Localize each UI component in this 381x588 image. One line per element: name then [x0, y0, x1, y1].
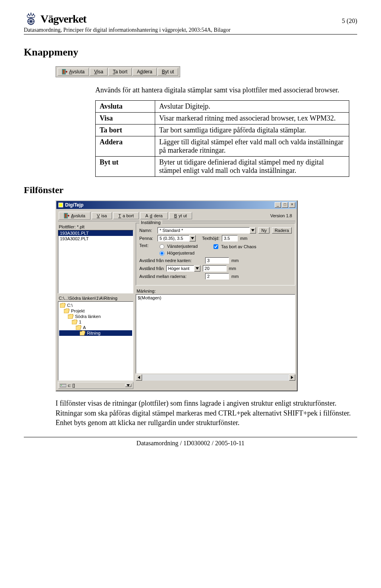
app-bytut-button[interactable]: Byt ut: [169, 212, 192, 219]
app-toolbar: Avsluta Visa Ta bort Addera Byt ut Versi…: [58, 211, 295, 221]
folder-open-icon: [76, 325, 81, 330]
row-key: Visa: [96, 113, 155, 124]
scroll-left-button[interactable]: [136, 374, 142, 381]
header-rule: [24, 34, 357, 34]
version-label: Version 1.8: [270, 213, 294, 218]
tree-item[interactable]: C:\: [59, 303, 132, 308]
avst-rader-label: Avstånd mellan raderna:: [139, 274, 203, 279]
chevron-down-icon[interactable]: [194, 265, 200, 272]
list-item[interactable]: 193A3001.PLT: [58, 230, 133, 236]
app-visa-button[interactable]: Visa: [92, 212, 112, 219]
command-table: Avsluta Avslutar Digitejp. Visa Visar ma…: [95, 100, 349, 177]
chevron-right-icon: [291, 376, 293, 379]
namn-field[interactable]: * Standard *: [158, 227, 250, 234]
hoger-label: Högerjusterad: [167, 251, 194, 255]
svg-rect-7: [59, 203, 62, 207]
svg-rect-9: [65, 214, 67, 218]
exit-door-icon: [62, 69, 67, 75]
minimize-button[interactable]: _: [275, 202, 281, 208]
list-item[interactable]: 193A3002.PLT: [58, 236, 133, 241]
toolbar-sample: Avsluta Visa Ta bort Addera Byt ut: [56, 66, 357, 77]
chevron-left-icon: [138, 376, 140, 379]
settings-groupbox: Inställning Namn: * Standard * Ny Radera: [136, 223, 295, 285]
app-addera-button[interactable]: Addera: [140, 212, 168, 219]
intro-paragraph: Används för att hantera digitala stämpla…: [95, 85, 357, 95]
filfonster-paragraph: I filfönster visas de ritningar (plottfi…: [56, 398, 357, 427]
close-button[interactable]: ×: [289, 202, 295, 208]
crown-icon: [24, 12, 38, 26]
ny-button[interactable]: Ny: [258, 227, 269, 234]
app-window: DigiTejp _ □ × Avsluta: [56, 200, 357, 391]
section-knappmeny: Knappmeny: [24, 46, 357, 58]
tree-item[interactable]: Södra länken: [59, 314, 132, 319]
avst-rader-field[interactable]: 2: [205, 273, 229, 280]
avst-fran-edge[interactable]: Höger kant: [166, 265, 194, 272]
svg-rect-11: [61, 385, 62, 385]
texthojd-field[interactable]: 3.5: [222, 235, 238, 241]
tree-item[interactable]: Projekt: [59, 308, 132, 314]
app-avsluta-button[interactable]: Avsluta: [59, 212, 90, 220]
bytut-button[interactable]: Byt ut: [158, 68, 179, 76]
row-val: Avslutar Digitejp.: [155, 101, 349, 113]
tree-item[interactable]: 1: [59, 319, 132, 325]
brand-logo: Vägverket: [24, 12, 86, 26]
section-filfonster: Filfönster: [24, 185, 357, 195]
chevron-down-icon[interactable]: [250, 227, 256, 234]
row-key: Byt ut: [96, 157, 155, 177]
scroll-right-button[interactable]: [289, 374, 295, 381]
row-key: Avsluta: [96, 101, 155, 113]
drive-icon: [60, 383, 66, 388]
tree-item[interactable]: Ritning: [59, 330, 132, 336]
row-key: Addera: [96, 136, 155, 157]
window-title: DigiTejp: [65, 202, 83, 208]
avsluta-button[interactable]: Avsluta: [58, 68, 89, 76]
page-number: 5 (20): [342, 12, 357, 25]
hoger-radio[interactable]: [160, 251, 164, 256]
svg-rect-5: [63, 70, 65, 74]
avst-fran-field[interactable]: 20: [203, 265, 227, 272]
radera-button[interactable]: Radera: [272, 227, 292, 234]
penna-label: Penna:: [139, 236, 155, 241]
avst-nedre-label: Avstånd från nedre kanten:: [139, 258, 203, 263]
chevron-down-icon[interactable]: [125, 384, 131, 387]
tree-item[interactable]: A: [59, 325, 132, 330]
unit-mm: mm: [240, 236, 247, 241]
footer-text: Datasamordning / 1D030002 / 2005-10-11: [24, 440, 357, 447]
tasbort-checkbox[interactable]: [214, 244, 218, 249]
vanster-radio[interactable]: [160, 244, 164, 249]
plotfiler-label: Plottfiler: *.plt: [58, 223, 133, 230]
namn-label: Namn:: [139, 228, 155, 233]
row-val: Visar markerad ritning med associerad br…: [155, 113, 349, 124]
avst-nedre-field[interactable]: 3: [205, 257, 229, 264]
app-icon: [58, 202, 64, 208]
folder-open-icon: [80, 331, 85, 335]
horizontal-scrollbar[interactable]: [136, 374, 295, 381]
plotfiler-listbox[interactable]: 193A3001.PLT 193A3002.PLT: [58, 230, 133, 293]
vanster-label: Vänsterjusterad: [167, 244, 198, 249]
brand-name: Vägverket: [40, 13, 86, 25]
window-titlebar[interactable]: DigiTejp _ □ ×: [56, 201, 297, 209]
exit-door-icon: [64, 213, 69, 218]
row-val: Tar bort samtliga tidigare påförda digit…: [155, 124, 349, 136]
row-val: Byter ut tidigare definierad digital stä…: [155, 157, 349, 177]
text-label: Text:: [139, 243, 155, 248]
folder-tree[interactable]: C:\ Projekt Södra länken: [58, 301, 133, 381]
path-label: C:\...\Södra länken\1\A\Ritning: [58, 293, 133, 301]
tasbort-label: Tas bort av Chaos: [221, 244, 256, 249]
folder-open-icon: [72, 320, 77, 324]
drive-selector[interactable]: c: []: [58, 382, 133, 389]
unit-mm: mm: [231, 274, 239, 279]
tabort-button[interactable]: Ta bort: [108, 68, 132, 76]
markning-textarea[interactable]: $(Mottagen): [136, 294, 295, 373]
addera-button[interactable]: Addera: [133, 68, 157, 76]
row-val: Lägger till digital stämpel efter vald m…: [155, 136, 349, 157]
chevron-down-icon[interactable]: [189, 235, 196, 241]
texthojd-label: Texthöjd:: [202, 236, 219, 241]
svg-point-3: [33, 13, 34, 14]
maximize-button[interactable]: □: [282, 202, 288, 208]
avst-fran-label: Avstånd från: [139, 266, 164, 271]
svg-point-2: [31, 13, 31, 13]
visa-button[interactable]: Visa: [90, 68, 108, 76]
penna-field[interactable]: 5 (0.35), 3.5: [158, 235, 189, 241]
app-tabort-button[interactable]: Ta bort: [113, 212, 139, 219]
